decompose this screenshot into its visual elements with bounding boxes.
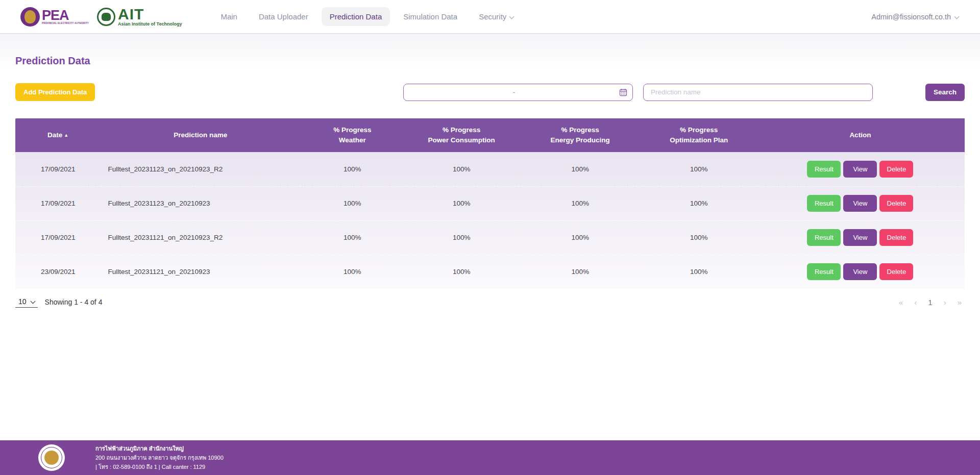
footer-address: 200 ถนนงามวงศ์วาน ลาดยาว จตุจักร กรุงเทพ…: [95, 453, 224, 462]
table-row: 17/09/2021 Fulltest_20231123_on_20210923…: [15, 186, 965, 220]
pagination-bar: 10 Showing 1 - 4 of 4 « ‹ 1 › »: [15, 296, 965, 308]
col-header-date[interactable]: Date▲: [15, 118, 101, 152]
cell-progress-power: 100%: [405, 255, 519, 289]
result-button[interactable]: Result: [807, 263, 841, 280]
cell-progress-energy: 100%: [519, 255, 642, 289]
last-page-icon[interactable]: »: [954, 298, 965, 307]
view-button[interactable]: View: [843, 229, 877, 246]
delete-button[interactable]: Delete: [879, 195, 913, 212]
cell-date: 17/09/2021: [15, 220, 101, 255]
cell-date: 17/09/2021: [15, 152, 101, 186]
col-header-progress-optimization: % Progress Optimization Plan: [642, 118, 756, 152]
cell-progress-energy: 100%: [519, 220, 642, 255]
ait-logo-text: AIT: [118, 7, 182, 22]
logo-group: PEA PROVINCIAL ELECTRICITY AUTHORITY AIT…: [20, 7, 182, 27]
nav-item-simulation-data[interactable]: Simulation Data: [395, 7, 465, 26]
table-row: 17/09/2021 Fulltest_20231121_on_20210923…: [15, 220, 965, 255]
prev-page-icon[interactable]: ‹: [911, 298, 920, 307]
calendar-icon[interactable]: [619, 88, 627, 96]
user-menu[interactable]: Admin@fissionsoft.co.th: [871, 13, 960, 21]
page-title: Prediction Data: [15, 55, 965, 67]
date-range-separator: -: [409, 88, 619, 96]
cell-date: 23/09/2021: [15, 255, 101, 289]
prediction-name-input[interactable]: [643, 84, 873, 101]
pea-logo-text: PEA: [42, 9, 89, 22]
view-button[interactable]: View: [843, 195, 877, 212]
result-button[interactable]: Result: [807, 161, 841, 178]
next-page-icon[interactable]: ›: [941, 298, 949, 307]
sort-asc-icon: ▲: [64, 133, 68, 138]
delete-button[interactable]: Delete: [879, 161, 913, 178]
cell-prediction-name: Fulltest_20231123_on_20210923_R2: [101, 152, 300, 186]
current-page-number: 1: [925, 298, 935, 307]
cell-progress-power: 100%: [405, 152, 519, 186]
delete-button[interactable]: Delete: [879, 229, 913, 246]
nav-item-security[interactable]: Security: [471, 7, 523, 26]
controls-row: Add Prediction Data - Search: [15, 83, 965, 101]
top-bar: PEA PROVINCIAL ELECTRICITY AUTHORITY AIT…: [0, 0, 980, 34]
footer-org-name: การไฟฟ้าส่วนภูมิภาค สำนักงานใหญ่: [95, 444, 224, 453]
cell-date: 17/09/2021: [15, 186, 101, 220]
footer-contact: | โทร : 02-589-0100 ถึง 1 | Call canter …: [95, 462, 224, 471]
col-header-progress-power: % Progress Power Consumption: [405, 118, 519, 152]
prediction-table-container: Date▲ Prediction name % Progress Weather…: [15, 118, 965, 289]
cell-progress-power: 100%: [405, 186, 519, 220]
cell-progress-energy: 100%: [519, 152, 642, 186]
main-nav: Main Data Uploader Prediction Data Simul…: [212, 7, 523, 26]
prediction-table: Date▲ Prediction name % Progress Weather…: [15, 118, 965, 289]
nav-item-main[interactable]: Main: [212, 7, 246, 26]
delete-button[interactable]: Delete: [879, 263, 913, 280]
showing-label: Showing 1 - 4 of 4: [45, 298, 103, 306]
view-button[interactable]: View: [843, 263, 877, 280]
cell-progress-power: 100%: [405, 220, 519, 255]
cell-prediction-name: Fulltest_20231121_on_20210923: [101, 255, 300, 289]
result-button[interactable]: Result: [807, 229, 841, 246]
col-header-progress-energy: % Progress Energy Producing: [519, 118, 642, 152]
cell-prediction-name: Fulltest_20231121_on_20210923_R2: [101, 220, 300, 255]
cell-progress-weather: 100%: [300, 255, 405, 289]
pea-logo: PEA PROVINCIAL ELECTRICITY AUTHORITY: [20, 7, 89, 27]
search-button[interactable]: Search: [925, 84, 965, 101]
pea-emblem-icon: [20, 7, 40, 27]
user-email: Admin@fissionsoft.co.th: [871, 13, 951, 21]
ait-logo-subtext: Asian Institute of Technology: [118, 22, 182, 27]
view-button[interactable]: View: [843, 161, 877, 178]
chevron-down-icon: [509, 14, 514, 19]
col-header-progress-weather: % Progress Weather: [300, 118, 405, 152]
cell-progress-energy: 100%: [519, 186, 642, 220]
main-content: Prediction Data Add Prediction Data -: [0, 34, 980, 440]
date-range-input[interactable]: -: [403, 84, 633, 101]
nav-item-prediction-data[interactable]: Prediction Data: [322, 7, 390, 26]
add-prediction-data-button[interactable]: Add Prediction Data: [15, 83, 95, 101]
page-size-select[interactable]: 10: [15, 296, 38, 308]
table-header-row: Date▲ Prediction name % Progress Weather…: [15, 118, 965, 152]
nav-item-data-uploader[interactable]: Data Uploader: [251, 7, 316, 26]
cell-progress-optimization: 100%: [642, 152, 756, 186]
ait-logo: AIT Asian Institute of Technology: [97, 7, 182, 27]
table-row: 17/09/2021 Fulltest_20231123_on_20210923…: [15, 152, 965, 186]
cell-progress-weather: 100%: [300, 186, 405, 220]
chevron-down-icon: [31, 299, 36, 304]
cell-progress-optimization: 100%: [642, 255, 756, 289]
ait-emblem-icon: [97, 8, 115, 26]
cell-progress-optimization: 100%: [642, 220, 756, 255]
col-header-action: Action: [756, 118, 965, 152]
first-page-icon[interactable]: «: [896, 298, 906, 307]
cell-prediction-name: Fulltest_20231123_on_20210923: [101, 186, 300, 220]
col-header-prediction-name: Prediction name: [101, 118, 300, 152]
chevron-down-icon: [954, 14, 960, 19]
footer: การไฟฟ้าส่วนภูมิภาค สำนักงานใหญ่ 200 ถนน…: [0, 440, 980, 475]
cell-progress-weather: 100%: [300, 152, 405, 186]
table-row: 23/09/2021 Fulltest_20231121_on_20210923…: [15, 255, 965, 289]
page-size-value: 10: [18, 297, 27, 306]
result-button[interactable]: Result: [807, 195, 841, 212]
nav-security-label: Security: [479, 12, 506, 21]
pea-footer-emblem-icon: [38, 444, 65, 471]
cell-progress-weather: 100%: [300, 220, 405, 255]
page-navigation: « ‹ 1 › »: [896, 298, 965, 307]
cell-progress-optimization: 100%: [642, 186, 756, 220]
pea-logo-subtext: PROVINCIAL ELECTRICITY AUTHORITY: [42, 22, 89, 25]
